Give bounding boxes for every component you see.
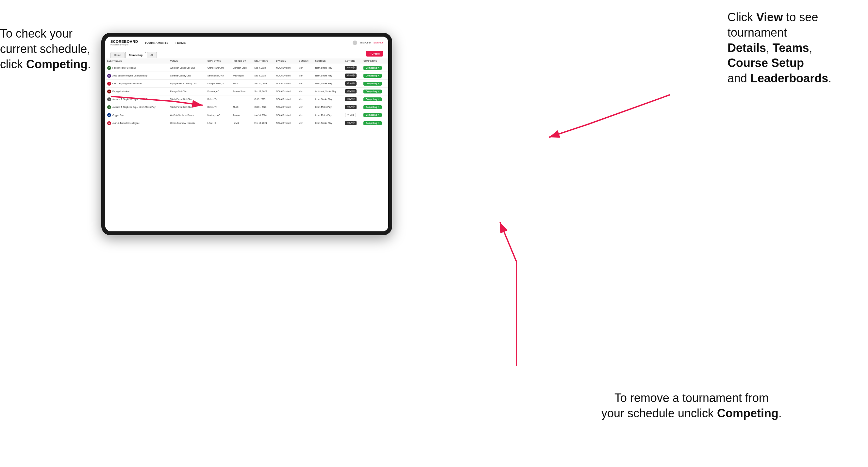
username: Test User [360,41,371,44]
hosted-by-cell: Arizona State [231,88,252,95]
tr-line2: to see [783,10,818,24]
tab-bar: Home Competing All + Create [105,49,388,58]
header-left: SCOREBOARD Powered by clippi TOURNAMENTS… [111,39,186,46]
start-date-cell: Oct 9, 2023 [252,95,274,103]
col-event-name: EVENT NAME [105,58,168,64]
actions-cell: View ⓘ [343,80,362,88]
sign-out-link[interactable]: Sign out [374,41,383,44]
event-name-cell: F Folds of Honor Collegiate [105,64,168,72]
tr-line3: tournament [727,26,787,39]
competing-button[interactable]: Competing ✓ [364,97,382,101]
start-date-cell: Feb 15, 2024 [252,119,274,127]
col-hosted-by: HOSTED BY [231,58,252,64]
view-button[interactable]: View ⓘ [345,82,356,86]
scoring-cell: team, Stroke Play [313,119,343,127]
competing-cell: Competing ✓ [362,72,388,80]
event-name-cell: I OFCC Fighting Illini Invitational [105,80,168,88]
annotation-line2: current schedule, [0,42,90,56]
actions-cell: View ⓘ [343,88,362,95]
city-state-cell: Olympia Fields, IL [206,80,231,88]
nav-teams[interactable]: TEAMS [175,41,186,44]
view-button[interactable]: View ⓘ [345,66,356,70]
hosted-by-cell: Michigan State [231,64,252,72]
annotation-bottom-right: To remove a tournament from your schedul… [577,391,806,421]
city-state-cell: Sammamish, WA [206,72,231,80]
scoring-cell: individual, Stroke Play [313,88,343,95]
competing-button[interactable]: Competing ✓ [364,113,382,117]
venue-cell: Trinity Forest Golf Club [168,95,206,103]
tr-line1: Click [727,10,756,24]
table-header-row: EVENT NAME VENUE CITY, STATE HOSTED BY S… [105,58,388,64]
create-button[interactable]: + Create [366,51,383,57]
start-date-cell: Sep 4, 2023 [252,64,274,72]
event-name-cell: W 2023 Sahalee Players Championship [105,72,168,80]
logo-block: SCOREBOARD Powered by clippi [111,39,138,46]
event-name-cell: A Copper Cup [105,111,168,119]
col-division: DIVISION [274,58,297,64]
city-state-cell: Phoenix, AZ [206,88,231,95]
tr-bold5: Leaderboards [750,71,828,85]
division-cell: NCAA Division I [274,88,297,95]
competing-cell: Competing ✓ [362,119,388,127]
tab-all[interactable]: All [147,52,157,58]
table-row: P Papago Individual Papago Golf ClubPhoe… [105,88,388,95]
scoring-cell: team, Match Play [313,103,343,111]
logo-powered: Powered by clippi [111,43,138,46]
edit-button[interactable]: ✏ Edit [345,113,356,117]
actions-cell: View ⓘ [343,72,362,80]
division-cell: NCAA Division I [274,111,297,119]
gender-cell: Men [297,95,313,103]
scoring-cell: team, Stroke Play [313,64,343,72]
venue-cell: Sahalee Country Club [168,72,206,80]
division-cell: NCAA Division I [274,95,297,103]
hosted-by-cell: Illinois [231,80,252,88]
start-date-cell: Jan 14, 2024 [252,111,274,119]
event-name-cell: J Jackson T. Stephens Cup – Men's Match … [105,103,168,111]
view-button[interactable]: View ⓘ [345,89,356,93]
hosted-by-cell: Hawaii [231,119,252,127]
view-button[interactable]: View ⓘ [345,121,356,125]
annotation-line1: To check your [0,27,72,40]
tournaments-table: EVENT NAME VENUE CITY, STATE HOSTED BY S… [105,58,388,127]
competing-button[interactable]: Competing ✓ [364,82,382,86]
gender-cell: Men [297,119,313,127]
competing-button[interactable]: Competing ✓ [364,105,382,109]
table-row: I OFCC Fighting Illini Invitational Olym… [105,80,388,88]
view-button[interactable]: View ⓘ [345,97,356,101]
start-date-cell: Sep 18, 2023 [252,88,274,95]
scoring-cell: team, Match Play [313,111,343,119]
table-row: J Jackson T. Stephens Cup – Men's Match … [105,103,388,111]
nav-tournaments[interactable]: TOURNAMENTS [145,41,168,44]
tr-period: . [828,71,831,85]
tablet-screen: SCOREBOARD Powered by clippi TOURNAMENTS… [105,37,388,231]
city-state-cell: Maricopa, AZ [206,111,231,119]
tr-bold2: Details [727,41,766,55]
competing-button[interactable]: Competing ✓ [364,74,382,78]
gender-cell: Men [297,88,313,95]
br-bold: Competing [717,407,778,420]
tab-left: Home Competing All [111,52,157,58]
table-row: J Jackson T. Stephens Cup – Stroke Play … [105,95,388,103]
tab-competing[interactable]: Competing [125,52,146,58]
gender-cell: Men [297,111,313,119]
gender-cell: Men [297,80,313,88]
gender-cell: Men [297,64,313,72]
competing-button[interactable]: Competing ✓ [364,121,382,125]
division-cell: NCAA Division I [274,103,297,111]
tr-bold4: Course Setup [727,56,804,70]
view-button[interactable]: View ⓘ [345,105,356,109]
col-city-state: CITY, STATE [206,58,231,64]
competing-button[interactable]: Competing ✓ [364,90,382,93]
gender-cell: Men [297,103,313,111]
tab-home[interactable]: Home [111,52,125,58]
app-header: SCOREBOARD Powered by clippi TOURNAMENTS… [105,37,388,49]
event-name-cell: J Jackson T. Stephens Cup – Stroke Play [105,95,168,103]
city-state-cell: Lihue, HI [206,119,231,127]
col-competing: COMPETING [362,58,388,64]
scoring-cell: team, Stroke Play [313,80,343,88]
competing-button[interactable]: Competing ✓ [364,66,382,70]
user-icon [352,40,357,45]
view-button[interactable]: View ⓘ [345,73,356,78]
division-cell: NCAA Division I [274,80,297,88]
competing-cell: Competing ✓ [362,88,388,95]
